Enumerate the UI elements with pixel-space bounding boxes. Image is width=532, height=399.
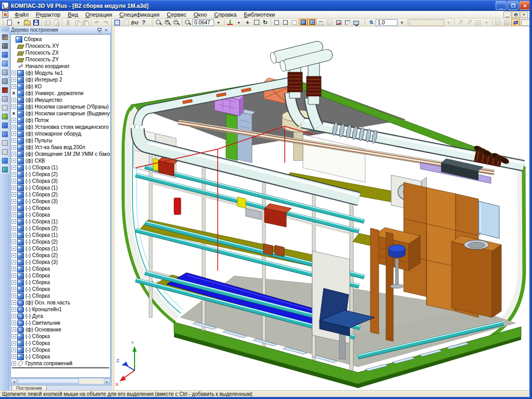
expand-icon[interactable]: + [11, 206, 16, 210]
tree-item[interactable]: +(ф) Модуль №1 [11, 70, 110, 76]
expand-icon[interactable]: + [11, 84, 16, 89]
expand-icon[interactable]: + [11, 307, 16, 312]
hidden-lines-thin-button[interactable] [290, 19, 299, 26]
document-system-icon[interactable] [2, 11, 8, 18]
zoom-tool-button[interactable] [154, 19, 163, 26]
toolbar-grip[interactable] [2, 20, 4, 25]
section-view-button[interactable] [334, 19, 343, 26]
new-document-dropdown[interactable]: ▾ [14, 19, 23, 26]
document-scale-field[interactable]: 1.0 [376, 19, 397, 26]
add-component-button[interactable] [1, 121, 9, 129]
menu-service[interactable]: Сервис [163, 11, 190, 18]
tree-item[interactable]: +(-) Сборка (3) [11, 259, 110, 265]
expand-icon[interactable]: + [11, 125, 16, 129]
tree-item[interactable]: +(ф) п/пожарное оборуд. [11, 130, 110, 137]
tree-item[interactable]: Сборка [11, 36, 110, 43]
disabled-tool-1-button[interactable] [1, 103, 9, 112]
tree-item[interactable]: +Группа сопряжений [11, 360, 110, 367]
tree-item[interactable]: +(-) Сборка [11, 333, 110, 340]
export-button[interactable] [1, 156, 9, 165]
tree-item[interactable]: +(ф) Уст-ка бака вод.200л [11, 144, 110, 151]
expand-icon[interactable]: + [11, 354, 16, 359]
zoom-in-button[interactable]: + [163, 19, 172, 26]
expand-icon[interactable]: + [11, 165, 16, 170]
zoom-window-button[interactable] [252, 19, 261, 26]
tree-item[interactable]: +(ф) Осн. пов.часть [11, 299, 110, 306]
expand-icon[interactable]: + [11, 341, 16, 345]
tree-item[interactable]: +(-) Дуга [11, 313, 110, 320]
expand-icon[interactable]: + [11, 152, 16, 156]
tree-item[interactable]: +(-) Сборка (1) [11, 218, 110, 225]
restore-button[interactable] [508, 1, 518, 10]
tree-item[interactable]: +(-) Сборка [11, 353, 110, 360]
tree-item[interactable]: +(-) Сборка [11, 205, 110, 211]
menu-libraries[interactable]: Библиотеки [241, 11, 279, 18]
open-button[interactable] [23, 19, 32, 26]
expand-icon[interactable]: + [11, 212, 16, 217]
tree-item[interactable]: +(-) Сборка (1) [11, 184, 110, 191]
expand-icon[interactable]: + [11, 348, 16, 352]
expand-icon[interactable]: + [11, 327, 16, 332]
tree-item[interactable]: +(ф) Имущество [11, 97, 110, 103]
disabled-tool-2-button[interactable] [1, 139, 9, 147]
expand-icon[interactable]: + [11, 280, 16, 285]
tree-item[interactable]: +(ф) Поток [11, 117, 110, 124]
component-properties-button[interactable] [1, 33, 9, 41]
mdi-close-button[interactable]: × [520, 11, 528, 18]
specification-button[interactable] [113, 19, 122, 26]
zoom-out-button[interactable]: − [172, 19, 181, 26]
tree-item[interactable]: +(ф) Основание [11, 326, 110, 333]
zoom-scale-dropdown[interactable]: ▾ [214, 19, 223, 26]
tree-item[interactable]: +(-) Сборка [11, 272, 110, 279]
rotate-view-button[interactable]: ↻ [261, 19, 270, 26]
tree-item[interactable]: +(ф) Пульты [11, 137, 110, 144]
menu-editor[interactable]: Редактор [32, 11, 64, 18]
tree-panel-header[interactable]: Дерево построения × [9, 26, 111, 34]
zoom-scale-field[interactable]: 0.0647 [192, 19, 214, 26]
tree-item[interactable]: +(-) Сборка [11, 211, 110, 218]
tree-item[interactable]: +(-) Сборка (3) [11, 178, 110, 184]
expand-icon[interactable]: + [11, 253, 16, 258]
expand-icon[interactable]: + [11, 192, 16, 197]
tree-item[interactable]: +(-) Сборка (2) [11, 225, 110, 232]
tree-close-button[interactable]: × [103, 27, 110, 33]
scroll-right-arrow[interactable]: ▸ [104, 379, 110, 384]
tree-item[interactable]: Плоскость ZX [11, 49, 110, 56]
toolbar-grip[interactable] [363, 20, 365, 25]
expand-icon[interactable]: + [11, 226, 16, 231]
expand-icon[interactable]: + [11, 240, 16, 244]
tree-item[interactable]: +(-) Сборка [11, 347, 110, 353]
orientation-button[interactable] [225, 19, 234, 26]
expand-icon[interactable]: + [11, 300, 16, 305]
menu-specification[interactable]: Спецификация [116, 11, 163, 18]
expand-icon[interactable]: + [11, 273, 16, 278]
expand-icon[interactable]: + [11, 172, 16, 177]
expand-icon[interactable]: + [11, 233, 16, 237]
perspective-button[interactable] [316, 19, 325, 26]
zoom-by-scale-button[interactable] [183, 19, 192, 26]
shaded-button[interactable] [299, 19, 308, 26]
expand-icon[interactable]: + [11, 179, 16, 183]
tree-item[interactable]: +(-) Сборка [11, 340, 110, 347]
tree-item[interactable]: ×(ф) Универс. держатели [11, 90, 110, 97]
expand-icon[interactable]: + [11, 131, 16, 136]
tree-item[interactable]: +(-) Сборка (3) [11, 198, 110, 205]
tree-item[interactable]: Плоскость ZY [11, 56, 110, 63]
tree-item[interactable]: Плоскость XY [11, 43, 110, 49]
expand-icon[interactable]: + [11, 98, 16, 102]
menu-window[interactable]: Окно [190, 11, 211, 18]
tree-item[interactable]: +(-) Сборка (2) [11, 171, 110, 178]
menu-help[interactable]: Справка [210, 11, 240, 18]
orientation-dropdown[interactable]: ▾ [234, 19, 243, 26]
context-help-button[interactable]: ? [139, 19, 148, 26]
expand-icon[interactable]: + [11, 267, 16, 271]
wireframe-button[interactable] [272, 19, 281, 26]
compact-panel-grip[interactable] [2, 29, 7, 31]
tree-item[interactable]: ×(ф) Носилки санитарные (Выдвинуты) [11, 110, 110, 117]
shaded-with-edges-button[interactable] [308, 19, 316, 26]
expand-icon[interactable]: + [11, 138, 16, 143]
expand-icon[interactable]: + [11, 246, 16, 251]
3d-viewport[interactable]: Y X Z [115, 26, 529, 391]
menu-file[interactable]: Файл [11, 11, 32, 18]
tree-horizontal-scrollbar[interactable]: ◂ ▸ [10, 378, 111, 384]
